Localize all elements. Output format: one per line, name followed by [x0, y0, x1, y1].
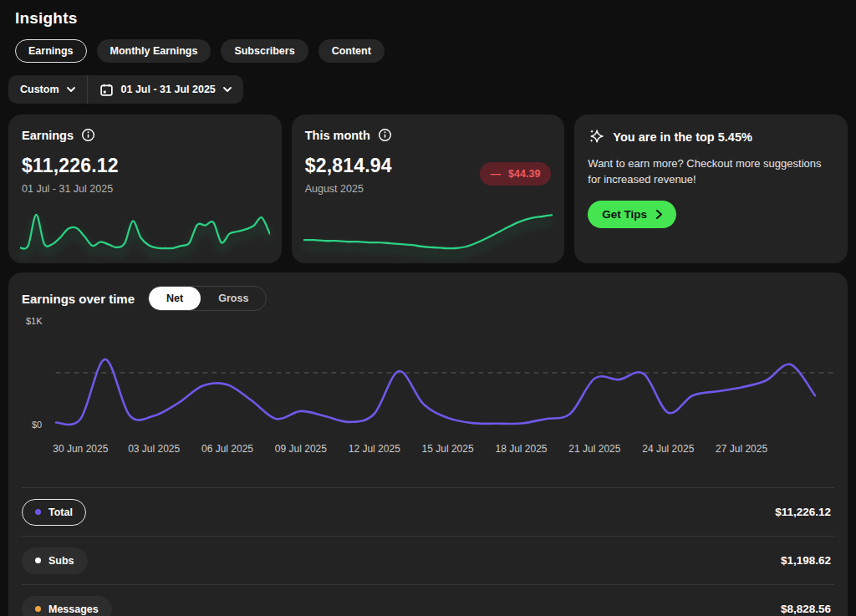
earnings-card: Earnings $11,226.12 01 Jul - 31 Jul 2025 [8, 115, 282, 263]
tips-card: You are in the top 5.45% Want to earn mo… [574, 115, 848, 263]
earnings-over-time-panel: Earnings over time Net Gross $1K $0 30 J… [8, 272, 848, 616]
total-dot-icon [35, 509, 41, 515]
this-month-card: This month $2,814.94 August 2025 — $44.3… [292, 115, 565, 263]
tips-body-text: Want to earn more? Checkout more suggest… [588, 156, 834, 188]
tab-monthly-earnings[interactable]: Monthly Earnings [97, 39, 211, 63]
earnings-period: 01 Jul - 31 Jul 2025 [22, 183, 268, 195]
info-icon[interactable] [378, 128, 392, 142]
chart-title: Earnings over time [22, 292, 135, 306]
range-preset-dropdown[interactable]: Custom [8, 75, 87, 104]
x-axis-tick: 27 Jul 2025 [716, 443, 767, 455]
earnings-amount: $11,226.12 [22, 155, 268, 177]
sparkle-icon [588, 128, 605, 145]
date-filter-bar: Custom 01 Jul - 31 Jul 2025 [8, 75, 243, 104]
delta-badge: — $44.39 [480, 162, 552, 186]
date-range-label: 01 Jul - 31 Jul 2025 [121, 84, 216, 95]
earnings-sparkline [20, 208, 270, 255]
legend-pill-subs[interactable]: Subs [22, 547, 88, 574]
delta-amount: $44.39 [508, 168, 540, 180]
x-axis-tick: 09 Jul 2025 [275, 443, 327, 455]
tab-subscribers[interactable]: Subscribers [221, 39, 308, 63]
legend-pill-total[interactable]: Total [22, 499, 86, 526]
legend-value-messages: $8,828.56 [781, 603, 834, 615]
toggle-net[interactable]: Net [149, 287, 201, 310]
legend-value-total: $11,226.12 [775, 506, 834, 518]
toggle-gross[interactable]: Gross [201, 287, 266, 310]
messages-dot-icon [35, 606, 41, 612]
legend-label-messages: Messages [48, 603, 99, 615]
x-axis-tick: 12 Jul 2025 [349, 443, 400, 455]
calendar-icon [99, 83, 114, 97]
delta-sign: — [491, 168, 502, 180]
x-axis-tick: 03 Jul 2025 [128, 443, 180, 455]
earnings-card-title: Earnings [22, 129, 74, 142]
x-axis-tick: 21 Jul 2025 [568, 443, 620, 455]
legend-label-total: Total [48, 507, 73, 518]
insights-tabs: Earnings Monthly Earnings Subscribers Co… [15, 39, 848, 63]
x-axis-tick: 15 Jul 2025 [422, 443, 474, 455]
date-range-dropdown[interactable]: 01 Jul - 31 Jul 2025 [88, 75, 243, 104]
legend-value-subs: $1,198.62 [781, 554, 834, 567]
chevron-right-icon [656, 210, 662, 219]
subs-dot-icon [35, 557, 41, 563]
get-tips-button[interactable]: Get Tips [588, 201, 676, 228]
legend-row-subs: Subs $1,198.62 [22, 536, 834, 584]
x-axis-tick: 06 Jul 2025 [201, 443, 253, 455]
page-title: Insights [15, 9, 848, 28]
chevron-down-icon [223, 87, 232, 92]
legend-row-total: Total $11,226.12 [22, 487, 834, 536]
legend-row-messages: Messages $8,828.56 [22, 584, 834, 616]
chevron-down-icon [67, 87, 75, 92]
chart-canvas [22, 314, 834, 441]
x-axis-tick: 18 Jul 2025 [495, 443, 547, 455]
line-chart[interactable]: $1K $0 [22, 314, 834, 441]
this-month-card-title: This month [305, 129, 370, 142]
x-axis-tick: 30 Jun 2025 [53, 443, 108, 455]
info-icon[interactable] [81, 128, 95, 142]
net-gross-toggle: Net Gross [148, 286, 267, 311]
x-axis-labels: 30 Jun 202503 Jul 202506 Jul 202509 Jul … [22, 443, 834, 460]
this-month-sparkline [303, 208, 553, 255]
tips-card-title: You are in the top 5.45% [613, 130, 752, 144]
summary-cards: Earnings $11,226.12 01 Jul - 31 Jul 2025… [8, 115, 848, 263]
x-axis-tick: 24 Jul 2025 [642, 443, 694, 455]
legend-pill-messages[interactable]: Messages [22, 596, 112, 616]
range-preset-label: Custom [20, 84, 59, 95]
get-tips-label: Get Tips [602, 208, 647, 221]
legend-label-subs: Subs [48, 555, 74, 567]
tab-content[interactable]: Content [318, 39, 385, 63]
tab-earnings[interactable]: Earnings [15, 39, 87, 63]
